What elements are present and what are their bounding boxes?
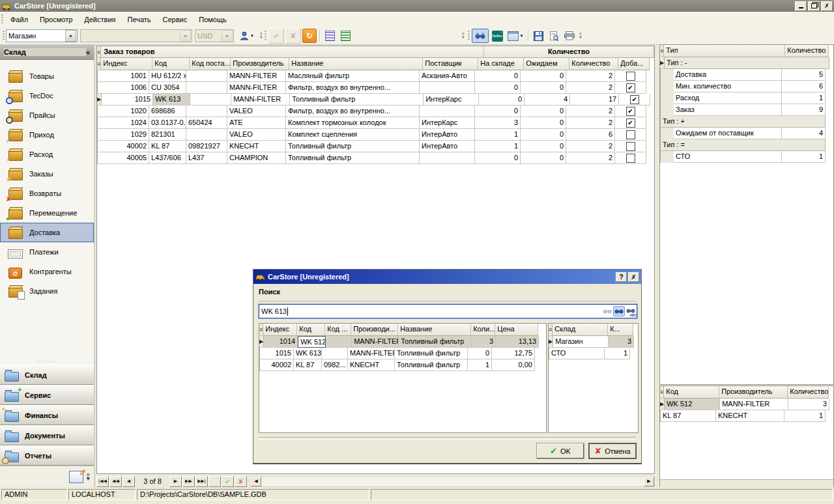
cell[interactable]: 2 (566, 105, 615, 117)
selected-cell[interactable]: 3 (609, 336, 634, 348)
cell[interactable]: 1029 (98, 129, 149, 141)
cell[interactable]: 0 (475, 152, 521, 164)
cell[interactable]: 0 (521, 105, 566, 117)
cell[interactable]: 0 (475, 82, 521, 94)
column-header[interactable]: Код (297, 324, 325, 336)
cell[interactable]: 0 (475, 70, 521, 82)
cell[interactable]: MANN-FILTER (227, 82, 286, 94)
group-row[interactable]: Тип : = (660, 139, 833, 151)
refresh-button[interactable]: ↻ (302, 29, 317, 43)
toolbar-overflow-button[interactable]: ≡▾ (577, 29, 584, 43)
table-row[interactable]: 1001 HU 612/2 x MANN-FILTER Масляный фил… (97, 70, 654, 82)
cell[interactable]: MANN-FILTER (348, 348, 395, 359)
sidebar-item-kontragenty[interactable]: @ Контрагенты (0, 262, 94, 281)
column-header[interactable]: Код поста... (190, 58, 231, 70)
nav-last-button[interactable]: ▶▶| (195, 476, 208, 487)
table-row[interactable]: 1006 CU 3054 MANN-FILTER Фильтр, воздух … (97, 82, 654, 94)
cell[interactable]: 1006 (98, 82, 149, 94)
table-row[interactable]: СТО 1 (549, 348, 638, 359)
cell[interactable]: Комплект тормозных колодок (286, 117, 420, 129)
column-header[interactable]: Код ... (325, 324, 351, 336)
cell[interactable] (322, 348, 348, 359)
column-header[interactable]: Название (289, 58, 423, 70)
toolbar-grip[interactable] (468, 31, 470, 41)
cell[interactable]: 0 (475, 105, 521, 117)
section-sklad[interactable]: Склад (0, 365, 94, 385)
cell[interactable]: ИнтерАвто (420, 129, 475, 141)
sidebar-item-dostavka[interactable]: Доставка (0, 223, 94, 242)
edit-note-icon[interactable] (69, 471, 83, 483)
sidebar-item-peremeshenie[interactable]: ● Перемещение (0, 203, 94, 223)
nav-next-page-button[interactable]: ▶▶ (182, 476, 195, 487)
sidebar-item-platezhi[interactable]: Платежи (0, 242, 94, 262)
column-header[interactable]: Тип (664, 45, 785, 57)
cell[interactable]: 40002 (260, 359, 294, 371)
column-header[interactable]: Коли... (471, 324, 495, 336)
column-header[interactable]: Производитель (719, 386, 788, 399)
table-row-current[interactable]: ▶ Магазин 3 (549, 336, 638, 348)
cell[interactable]: KL 87 (294, 359, 322, 371)
list-blue-icon[interactable] (323, 29, 337, 43)
column-header[interactable]: Склад (553, 324, 608, 336)
cell[interactable]: CU 3054 (149, 82, 186, 94)
table-row-current[interactable]: ▶ 1014 WK 512 MANN-FILTER Топливный филь… (259, 336, 546, 348)
added-checkbox[interactable] (626, 142, 635, 151)
selected-cell[interactable]: WK 613 (153, 94, 190, 105)
table-row[interactable]: 40005 L437/606 L437 CHAMPION Топливный ф… (97, 152, 654, 164)
cell[interactable]: ИнтерКарс (424, 94, 479, 105)
cell[interactable]: Топливный фильтр (395, 348, 468, 359)
cell[interactable]: 0982... (322, 359, 348, 371)
nav-next-button[interactable]: ▶ (169, 476, 182, 487)
sidebar-item-pricelists[interactable]: Прайсы (0, 105, 94, 125)
cell[interactable]: Магазин (553, 336, 609, 348)
cell[interactable]: 2 (566, 82, 615, 94)
search-exact-icon[interactable] (613, 306, 625, 316)
cell[interactable]: WK 613 (294, 348, 322, 359)
cell[interactable]: 0 (521, 82, 566, 94)
cell[interactable]: 1020 (98, 105, 149, 117)
cell[interactable]: 2 (566, 117, 615, 129)
table-row[interactable]: Заказ 9 (660, 104, 833, 116)
search-abc-icon[interactable]: ABC (625, 306, 637, 316)
sidebar-item-prihod[interactable]: ↓ Приход (0, 125, 94, 145)
sidebar-item-vozvraty[interactable]: ✘ Возвраты (0, 184, 94, 203)
cell[interactable]: KL 87 (661, 410, 716, 422)
print-icon[interactable] (562, 29, 577, 43)
sidebar-item-tovary[interactable]: Товары (0, 66, 94, 86)
cell[interactable]: 0 (521, 129, 566, 141)
cell[interactable]: 1 (782, 92, 826, 104)
cell[interactable]: KNECHT (716, 410, 784, 422)
cell[interactable]: 0 (521, 141, 566, 152)
section-finansy[interactable]: * Финансы (0, 405, 94, 425)
ok-button[interactable]: ✔ OK (537, 443, 584, 458)
column-header[interactable]: Цена (495, 324, 538, 336)
cell[interactable]: MANN-FILTER (720, 399, 788, 410)
cell[interactable]: 0 (521, 117, 566, 129)
grid-view-button[interactable]: ▼ (506, 29, 525, 43)
table-row[interactable]: 1024 03.0137-0... 650424 ATE Комплект то… (97, 117, 654, 129)
nav-prior-button[interactable]: ◀ (122, 476, 135, 487)
cell[interactable]: 4 (525, 94, 570, 105)
menu-service[interactable]: Сервис (157, 14, 194, 25)
toolbar-grip[interactable] (265, 31, 266, 41)
cancel-button[interactable]: ✘ Отмена (589, 443, 636, 458)
table-row[interactable]: 40002 KL 87 09821927 KNECHT Топливный фи… (97, 141, 654, 152)
cell[interactable]: 13,13 (496, 336, 539, 348)
cell[interactable]: 6 (782, 81, 826, 92)
table-row-current[interactable]: ▶ WK 512 MANN-FILTER 3 (660, 399, 833, 410)
table-row[interactable]: Расход 1 (660, 92, 833, 104)
scroll-left-arrow[interactable]: ◀ (251, 477, 261, 486)
column-header[interactable]: К... (608, 324, 633, 336)
cell[interactable]: 1 (468, 359, 492, 371)
cancel-edit-button[interactable]: ✘ (285, 28, 301, 44)
column-header[interactable]: Ожидаем (524, 58, 569, 70)
cell[interactable]: Топливный фильтр (286, 152, 420, 164)
column-header[interactable]: Название (398, 324, 471, 336)
cell[interactable]: Заказ (674, 104, 782, 116)
table-row[interactable]: 1020 698686 VALEO Фильтр, воздух во внут… (97, 105, 654, 117)
sidebar-splitter[interactable]: ········· (0, 359, 94, 365)
user-button[interactable]: ▼ (237, 29, 257, 43)
cell[interactable]: 1 (605, 348, 630, 359)
cell[interactable] (190, 94, 231, 105)
cell[interactable]: Топливный фильтр (399, 336, 472, 348)
